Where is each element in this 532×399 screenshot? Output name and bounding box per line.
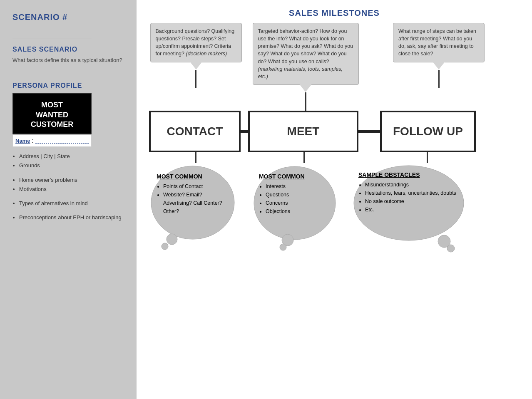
main-content: SALES MILESTONES Background questions? Q… — [137, 0, 532, 399]
thought-title-2: MOST COMMON — [259, 173, 330, 180]
thought-content-1: MOST COMMON Points of Contact Website? E… — [154, 171, 231, 218]
thought-item: Etc. — [365, 206, 458, 214]
list-item: Preconceptions about EPH or hardscaping — [19, 213, 128, 222]
milestone-meet: MEET — [248, 111, 358, 152]
sales-scenario-desc: What factors define this as a typical si… — [12, 57, 128, 64]
bullet-group-3: Types of alternatives in mind — [12, 199, 128, 208]
thought-item: Misunderstandings — [365, 181, 458, 189]
most-wanted-label: MOSTWANTEDCUSTOMER — [31, 101, 74, 129]
callout-meet-text: Targeted behavior-action? How do you use… — [258, 28, 353, 79]
vline-contact — [195, 70, 196, 88]
callout-followup: What range of steps can be taken after f… — [393, 23, 485, 62]
sales-milestones-title: SALES MILESTONES — [289, 8, 380, 18]
name-underline[interactable] — [35, 138, 89, 144]
milestone-followup: FOLLOW UP — [380, 111, 476, 152]
thought-bubble-contact: MOST COMMON Points of Contact Website? E… — [149, 163, 236, 250]
thought-item: Objections — [266, 207, 330, 216]
list-item: Grounds — [19, 161, 128, 170]
thought-list-2: Interests Questions Concerns Objections — [259, 182, 330, 216]
list-item: Home owner's problems — [19, 176, 128, 185]
vline-bottom-contact — [195, 152, 196, 163]
thought-bubble-meet: MOST COMMON Interests Questions Concerns… — [252, 163, 338, 253]
name-label: Name — [15, 138, 30, 144]
connector-1 — [241, 130, 248, 133]
followup-col-top: What range of steps can be taken after f… — [391, 23, 487, 88]
thought-content-2: MOST COMMON Interests Questions Concerns… — [256, 171, 332, 218]
vline-bottom-meet-wrap — [250, 152, 358, 163]
thought-bubbles-row: MOST COMMON Points of Contact Website? E… — [145, 163, 524, 255]
thought-content-3: SAMPLE OBSTACLES Misunderstandings Hesit… — [356, 169, 461, 216]
vlines-bottom-row — [145, 152, 524, 163]
svg-point-8 — [447, 245, 455, 252]
svg-point-1 — [167, 234, 177, 245]
milestone-row: CONTACT MEET FOLLOW UP — [145, 111, 524, 152]
thought-item: Questions — [266, 191, 330, 199]
thought-title-3: SAMPLE OBSTACLES — [358, 171, 458, 178]
scenario-title: SCENARIO # ___ — [12, 12, 128, 22]
thought-item: Concerns — [266, 199, 330, 207]
callout-followup-text: What range of steps can be taken after f… — [398, 28, 476, 57]
sales-scenario-heading: SALES SCENARIO — [12, 46, 128, 53]
vline-bottom-followup — [427, 152, 428, 163]
thought-bubble-followup: SAMPLE OBSTACLES Misunderstandings Hesit… — [352, 163, 466, 255]
milestone-contact: CONTACT — [149, 111, 241, 152]
callout-contact-text: Background questions? Qualifying questio… — [156, 28, 235, 57]
vline-followup — [438, 70, 440, 88]
name-colon: : — [32, 137, 33, 144]
name-row: Name: — [12, 134, 92, 147]
thought-item: Hesitations, fears, uncertainties, doubt… — [365, 189, 458, 197]
vline-bottom-followup-wrap — [379, 152, 475, 163]
divider-2 — [12, 71, 92, 71]
sidebar: SCENARIO # ___ SALES SCENARIO What facto… — [0, 0, 137, 399]
thought-list-3: Misunderstandings Hesitations, fears, un… — [358, 181, 458, 214]
persona-profile-heading: PERSONA PROFILE — [12, 82, 128, 89]
thought-item: Points of Contact — [163, 182, 229, 191]
thought-item: Website? Email? Advertising? Call Center… — [163, 191, 229, 216]
callout-contact: Background questions? Qualifying questio… — [150, 23, 242, 62]
svg-point-5 — [280, 244, 286, 250]
contact-col-top: Background questions? Qualifying questio… — [149, 23, 243, 88]
list-item: Address | City | State — [19, 152, 128, 161]
vline-meet — [305, 92, 306, 111]
bullet-group-2: Home owner's problems Motivations — [12, 176, 128, 194]
connector-2 — [358, 130, 380, 133]
list-item: Types of alternatives in mind — [19, 199, 128, 208]
bullet-group-1: Address | City | State Grounds — [12, 152, 128, 170]
callouts-row: Background questions? Qualifying questio… — [145, 23, 524, 111]
svg-point-2 — [162, 243, 168, 250]
thought-item: Interests — [266, 182, 330, 191]
most-wanted-box: MOSTWANTEDCUSTOMER — [12, 93, 92, 134]
list-item: Motivations — [19, 185, 128, 194]
callout-meet: Targeted behavior-action? How do you use… — [253, 23, 359, 85]
meet-col-top: Targeted behavior-action? How do you use… — [252, 23, 359, 111]
divider-1 — [12, 39, 92, 39]
thought-title-1: MOST COMMON — [157, 173, 229, 180]
vline-bottom-contact-wrap — [149, 152, 243, 163]
vline-bottom-meet — [303, 152, 305, 163]
thought-list-1: Points of Contact Website? Email? Advert… — [157, 182, 229, 216]
bullet-group-4: Preconceptions about EPH or hardscaping — [12, 213, 128, 222]
thought-item: No sale outcome — [365, 197, 458, 206]
